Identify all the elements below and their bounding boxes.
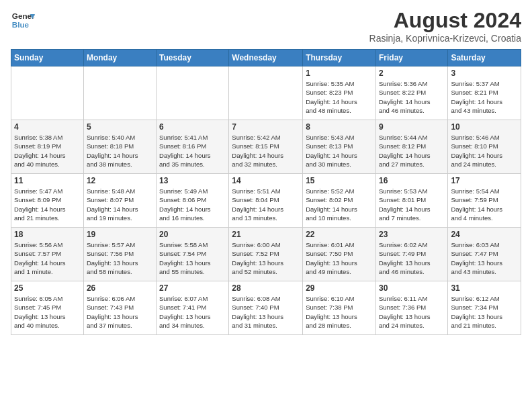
day-info: Sunrise: 5:38 AM Sunset: 8:19 PM Dayligh…: [14, 133, 81, 169]
cell-3-2: 20Sunrise: 5:58 AM Sunset: 7:54 PM Dayli…: [157, 228, 229, 281]
cell-2-0: 11Sunrise: 5:47 AM Sunset: 8:09 PM Dayli…: [11, 174, 84, 228]
day-info: Sunrise: 5:56 AM Sunset: 7:57 PM Dayligh…: [14, 240, 81, 276]
cell-2-4: 15Sunrise: 5:52 AM Sunset: 8:02 PM Dayli…: [303, 174, 376, 228]
header-area: General Blue August 2024 Rasinja, Kopriv…: [11, 8, 521, 44]
page: General Blue August 2024 Rasinja, Kopriv…: [0, 0, 532, 340]
day-info: Sunrise: 6:06 AM Sunset: 7:43 PM Dayligh…: [87, 294, 153, 330]
cell-1-2: 6Sunrise: 5:41 AM Sunset: 8:16 PM Daylig…: [157, 120, 229, 174]
cell-0-3: [229, 66, 303, 120]
calendar-body: 1Sunrise: 5:35 AM Sunset: 8:23 PM Daylig…: [11, 66, 521, 335]
day-number: 1: [306, 68, 373, 78]
day-info: Sunrise: 5:53 AM Sunset: 8:01 PM Dayligh…: [379, 187, 445, 222]
day-number: 5: [87, 122, 153, 132]
day-info: Sunrise: 5:43 AM Sunset: 8:13 PM Dayligh…: [306, 133, 373, 169]
col-sunday: Sunday: [11, 50, 84, 66]
day-info: Sunrise: 6:07 AM Sunset: 7:41 PM Dayligh…: [159, 294, 226, 330]
day-info: Sunrise: 5:57 AM Sunset: 7:56 PM Dayligh…: [87, 240, 153, 276]
day-info: Sunrise: 6:05 AM Sunset: 7:45 PM Dayligh…: [14, 294, 81, 330]
logo: General Blue: [11, 8, 35, 32]
cell-0-0: [11, 66, 84, 120]
cell-1-3: 7Sunrise: 5:42 AM Sunset: 8:15 PM Daylig…: [229, 120, 303, 174]
cell-4-3: 28Sunrise: 6:08 AM Sunset: 7:40 PM Dayli…: [229, 281, 303, 335]
day-number: 6: [159, 122, 226, 132]
day-info: Sunrise: 6:08 AM Sunset: 7:40 PM Dayligh…: [232, 294, 300, 330]
cell-4-2: 27Sunrise: 6:07 AM Sunset: 7:41 PM Dayli…: [157, 281, 229, 335]
cell-2-1: 12Sunrise: 5:48 AM Sunset: 8:07 PM Dayli…: [83, 174, 156, 228]
day-number: 14: [232, 176, 300, 185]
day-info: Sunrise: 5:35 AM Sunset: 8:23 PM Dayligh…: [306, 79, 373, 115]
day-number: 27: [159, 283, 226, 293]
title-area: August 2024 Rasinja, Koprivnica-Krizevci…: [369, 8, 521, 44]
cell-2-6: 17Sunrise: 5:54 AM Sunset: 7:59 PM Dayli…: [448, 174, 521, 228]
day-info: Sunrise: 6:11 AM Sunset: 7:36 PM Dayligh…: [379, 294, 445, 330]
cell-3-3: 21Sunrise: 6:00 AM Sunset: 7:52 PM Dayli…: [229, 228, 303, 281]
col-friday: Friday: [375, 50, 447, 66]
cell-0-4: 1Sunrise: 5:35 AM Sunset: 8:23 PM Daylig…: [303, 66, 376, 120]
main-title: August 2024: [369, 8, 521, 33]
cell-1-4: 8Sunrise: 5:43 AM Sunset: 8:13 PM Daylig…: [303, 120, 376, 174]
col-thursday: Thursday: [303, 50, 376, 66]
cell-0-1: [83, 66, 156, 120]
week-row-2: 4Sunrise: 5:38 AM Sunset: 8:19 PM Daylig…: [11, 120, 521, 174]
cell-3-5: 23Sunrise: 6:02 AM Sunset: 7:49 PM Dayli…: [375, 228, 447, 281]
cell-1-1: 5Sunrise: 5:40 AM Sunset: 8:18 PM Daylig…: [83, 120, 156, 174]
week-row-4: 18Sunrise: 5:56 AM Sunset: 7:57 PM Dayli…: [11, 228, 521, 281]
day-info: Sunrise: 5:37 AM Sunset: 8:21 PM Dayligh…: [451, 79, 518, 115]
cell-2-2: 13Sunrise: 5:49 AM Sunset: 8:06 PM Dayli…: [157, 174, 229, 228]
col-tuesday: Tuesday: [157, 50, 229, 66]
day-info: Sunrise: 5:54 AM Sunset: 7:59 PM Dayligh…: [451, 187, 518, 222]
day-info: Sunrise: 5:52 AM Sunset: 8:02 PM Dayligh…: [306, 187, 373, 222]
calendar-header-row: Sunday Monday Tuesday Wednesday Thursday…: [11, 50, 521, 66]
cell-4-0: 25Sunrise: 6:05 AM Sunset: 7:45 PM Dayli…: [11, 281, 84, 335]
day-number: 26: [87, 283, 153, 293]
week-row-3: 11Sunrise: 5:47 AM Sunset: 8:09 PM Dayli…: [11, 174, 521, 228]
day-number: 11: [14, 176, 81, 185]
day-number: 20: [159, 230, 226, 239]
col-wednesday: Wednesday: [229, 50, 303, 66]
day-info: Sunrise: 5:42 AM Sunset: 8:15 PM Dayligh…: [232, 133, 300, 169]
day-number: 15: [306, 176, 373, 185]
svg-text:Blue: Blue: [12, 20, 30, 29]
day-number: 29: [306, 283, 373, 293]
day-info: Sunrise: 6:00 AM Sunset: 7:52 PM Dayligh…: [232, 240, 300, 276]
day-number: 9: [379, 122, 445, 132]
cell-3-1: 19Sunrise: 5:57 AM Sunset: 7:56 PM Dayli…: [83, 228, 156, 281]
cell-0-6: 3Sunrise: 5:37 AM Sunset: 8:21 PM Daylig…: [448, 66, 521, 120]
day-number: 19: [87, 230, 153, 239]
logo-icon: General Blue: [11, 8, 35, 32]
day-info: Sunrise: 6:01 AM Sunset: 7:50 PM Dayligh…: [306, 240, 373, 276]
cell-2-5: 16Sunrise: 5:53 AM Sunset: 8:01 PM Dayli…: [375, 174, 447, 228]
subtitle: Rasinja, Koprivnica-Krizevci, Croatia: [369, 33, 521, 44]
day-number: 8: [306, 122, 373, 132]
day-number: 13: [159, 176, 226, 185]
day-number: 31: [451, 283, 518, 293]
col-monday: Monday: [83, 50, 156, 66]
cell-4-4: 29Sunrise: 6:10 AM Sunset: 7:38 PM Dayli…: [303, 281, 376, 335]
day-info: Sunrise: 5:48 AM Sunset: 8:07 PM Dayligh…: [87, 187, 153, 222]
day-info: Sunrise: 5:58 AM Sunset: 7:54 PM Dayligh…: [159, 240, 226, 276]
day-number: 23: [379, 230, 445, 239]
day-number: 18: [14, 230, 81, 239]
day-info: Sunrise: 5:40 AM Sunset: 8:18 PM Dayligh…: [87, 133, 153, 169]
day-info: Sunrise: 5:47 AM Sunset: 8:09 PM Dayligh…: [14, 187, 81, 222]
day-info: Sunrise: 5:44 AM Sunset: 8:12 PM Dayligh…: [379, 133, 445, 169]
day-number: 2: [379, 68, 445, 78]
cell-0-2: [157, 66, 229, 120]
day-info: Sunrise: 6:12 AM Sunset: 7:34 PM Dayligh…: [451, 294, 518, 330]
day-number: 25: [14, 283, 81, 293]
cell-4-5: 30Sunrise: 6:11 AM Sunset: 7:36 PM Dayli…: [375, 281, 447, 335]
day-number: 3: [451, 68, 518, 78]
week-row-1: 1Sunrise: 5:35 AM Sunset: 8:23 PM Daylig…: [11, 66, 521, 120]
day-info: Sunrise: 5:36 AM Sunset: 8:22 PM Dayligh…: [379, 79, 445, 115]
cell-0-5: 2Sunrise: 5:36 AM Sunset: 8:22 PM Daylig…: [375, 66, 447, 120]
day-number: 10: [451, 122, 518, 132]
day-info: Sunrise: 6:03 AM Sunset: 7:47 PM Dayligh…: [451, 240, 518, 276]
cell-4-6: 31Sunrise: 6:12 AM Sunset: 7:34 PM Dayli…: [448, 281, 521, 335]
col-saturday: Saturday: [448, 50, 521, 66]
cell-2-3: 14Sunrise: 5:51 AM Sunset: 8:04 PM Dayli…: [229, 174, 303, 228]
day-number: 22: [306, 230, 373, 239]
day-number: 4: [14, 122, 81, 132]
cell-1-5: 9Sunrise: 5:44 AM Sunset: 8:12 PM Daylig…: [375, 120, 447, 174]
cell-4-1: 26Sunrise: 6:06 AM Sunset: 7:43 PM Dayli…: [83, 281, 156, 335]
cell-3-6: 24Sunrise: 6:03 AM Sunset: 7:47 PM Dayli…: [448, 228, 521, 281]
